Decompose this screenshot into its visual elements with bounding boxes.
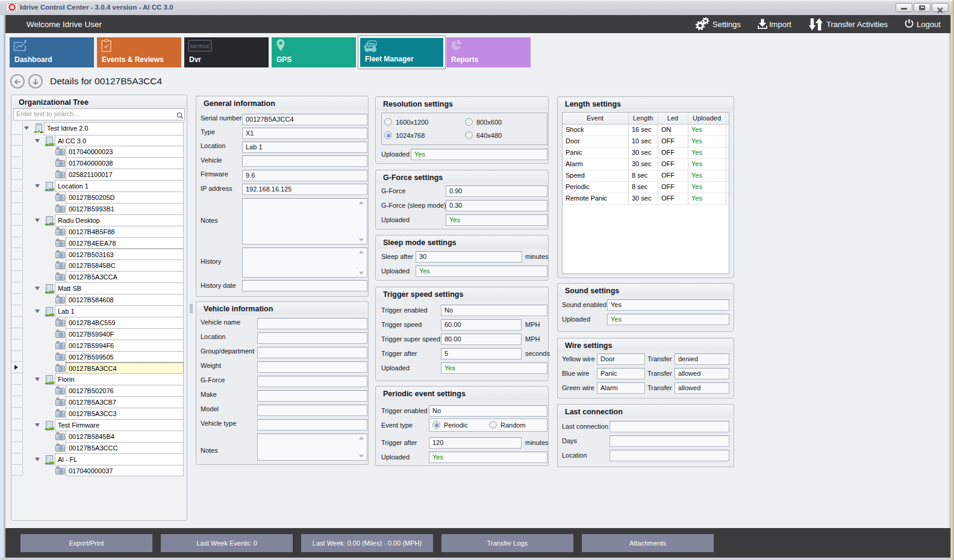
- svg-text:MERGE: MERGE: [190, 43, 210, 49]
